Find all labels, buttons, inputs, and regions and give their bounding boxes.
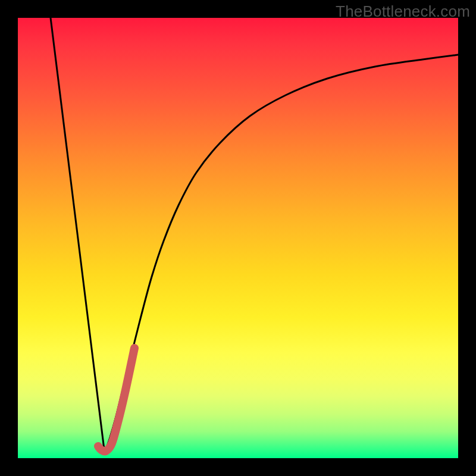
accent-j-stroke bbox=[98, 348, 134, 452]
chart-svg bbox=[18, 18, 458, 458]
outer-frame: TheBottleneck.com bbox=[0, 0, 476, 476]
plot-area bbox=[18, 18, 458, 458]
left-descending-line bbox=[51, 18, 104, 449]
right-curve bbox=[105, 55, 458, 451]
